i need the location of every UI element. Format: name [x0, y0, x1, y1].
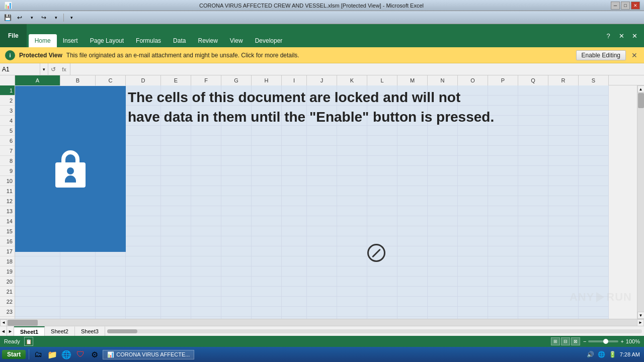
grid-cell[interactable]: [397, 246, 428, 256]
col-header-F[interactable]: F: [191, 75, 221, 85]
cell-ref-dropdown[interactable]: ▾: [40, 63, 48, 75]
grid-cell[interactable]: [126, 126, 161, 136]
grid-cell[interactable]: [428, 287, 458, 297]
grid-cell[interactable]: [428, 136, 458, 146]
grid-cell[interactable]: [282, 166, 307, 176]
grid-cell[interactable]: [428, 307, 458, 317]
scroll-down-button[interactable]: ▼: [637, 312, 645, 319]
grid-cell[interactable]: [161, 277, 191, 287]
grid-cell[interactable]: [221, 226, 252, 236]
grid-cell[interactable]: [579, 277, 609, 287]
grid-cell[interactable]: [307, 186, 337, 196]
grid-cell[interactable]: [518, 206, 548, 216]
sheet-tab-sheet1[interactable]: Sheet1: [14, 326, 45, 336]
grid-cell[interactable]: [282, 307, 307, 317]
tab-data[interactable]: Data: [167, 34, 192, 47]
grid-cell[interactable]: [282, 256, 307, 266]
customize-quick-access[interactable]: ▾: [66, 13, 77, 23]
grid-cell[interactable]: [367, 297, 397, 307]
grid-cell[interactable]: [579, 136, 609, 146]
grid-cell[interactable]: [458, 136, 488, 146]
grid-cell[interactable]: [307, 136, 337, 146]
tab-view[interactable]: View: [224, 34, 249, 47]
file-tab[interactable]: File: [0, 24, 27, 47]
grid-cell[interactable]: [221, 256, 252, 266]
grid-cell[interactable]: [548, 246, 579, 256]
grid-cell[interactable]: [518, 266, 548, 277]
col-header-M[interactable]: M: [397, 75, 428, 85]
grid-cell[interactable]: [282, 246, 307, 256]
col-header-D[interactable]: D: [126, 75, 161, 85]
grid-cell[interactable]: [397, 266, 428, 277]
grid-cell[interactable]: [397, 176, 428, 186]
row-num-4[interactable]: 4: [0, 116, 15, 126]
grid-cell[interactable]: [397, 136, 428, 146]
grid-cell[interactable]: [307, 246, 337, 256]
grid-cell[interactable]: [252, 256, 282, 266]
col-header-S[interactable]: S: [579, 75, 609, 85]
grid-cell[interactable]: [579, 307, 609, 317]
grid-cell[interactable]: [307, 256, 337, 266]
horizontal-scrollbar[interactable]: ◄ ►: [0, 319, 644, 326]
grid-cell[interactable]: [397, 146, 428, 156]
grid-cell[interactable]: [367, 216, 397, 226]
macro-icon[interactable]: 📋: [24, 337, 33, 346]
redo-button[interactable]: ↪: [38, 13, 49, 23]
row-num-13[interactable]: 13: [0, 206, 15, 216]
tab-scrollbar-thumb[interactable]: [107, 329, 137, 333]
grid-cell[interactable]: [518, 106, 548, 116]
tab-scrollbar-track[interactable]: [107, 329, 642, 333]
grid-cell[interactable]: [518, 166, 548, 176]
vertical-scrollbar[interactable]: ▲ ▼: [637, 85, 644, 319]
grid-cell[interactable]: [252, 136, 282, 146]
grid-cell[interactable]: [367, 226, 397, 236]
row-num-21[interactable]: 21: [0, 287, 15, 297]
grid-cell[interactable]: [282, 206, 307, 216]
grid-cell[interactable]: [191, 126, 221, 136]
grid-cell[interactable]: [488, 266, 518, 277]
grid-cell[interactable]: [221, 166, 252, 176]
grid-cell[interactable]: [518, 126, 548, 136]
grid-cell[interactable]: [191, 287, 221, 297]
enable-editing-button[interactable]: Enable Editing: [576, 50, 626, 60]
grid-cell[interactable]: [337, 287, 367, 297]
grid-cell[interactable]: [337, 206, 367, 216]
grid-cell[interactable]: [282, 176, 307, 186]
grid-cell[interactable]: [397, 226, 428, 236]
row-num-10[interactable]: 10: [0, 176, 15, 186]
grid-cell[interactable]: [126, 206, 161, 216]
grid-cell[interactable]: [221, 176, 252, 186]
grid-cell[interactable]: [337, 126, 367, 136]
grid-cell[interactable]: [579, 116, 609, 126]
grid-cell[interactable]: [252, 166, 282, 176]
grid-cell[interactable]: [60, 266, 96, 277]
grid-cell[interactable]: [161, 186, 191, 196]
grid-cell[interactable]: [579, 196, 609, 206]
grid-cell[interactable]: [307, 156, 337, 166]
grid-cell[interactable]: [458, 246, 488, 256]
grid-cell[interactable]: [518, 96, 548, 106]
zoom-out-btn[interactable]: −: [583, 338, 586, 344]
grid-cell[interactable]: [252, 156, 282, 166]
grid-cell[interactable]: [252, 297, 282, 307]
grid-cell[interactable]: [518, 186, 548, 196]
grid-cell[interactable]: [548, 106, 579, 116]
start-button[interactable]: Start: [2, 350, 26, 359]
grid-cell[interactable]: [191, 246, 221, 256]
grid-cell[interactable]: [282, 146, 307, 156]
grid-cell[interactable]: [428, 186, 458, 196]
grid-cell[interactable]: [458, 236, 488, 246]
grid-cell[interactable]: [126, 236, 161, 246]
grid-cell[interactable]: [458, 317, 488, 319]
tray-icon-2[interactable]: 🌐: [598, 350, 606, 358]
grid-cell[interactable]: [397, 216, 428, 226]
grid-cell[interactable]: [428, 317, 458, 319]
grid-cell[interactable]: [488, 246, 518, 256]
grid-cell[interactable]: [548, 317, 579, 319]
grid-cell[interactable]: [337, 196, 367, 206]
grid-cell[interactable]: [126, 246, 161, 256]
grid-cell[interactable]: [337, 277, 367, 287]
grid-cell[interactable]: [191, 166, 221, 176]
grid-cell[interactable]: [337, 156, 367, 166]
grid-cell[interactable]: [337, 266, 367, 277]
